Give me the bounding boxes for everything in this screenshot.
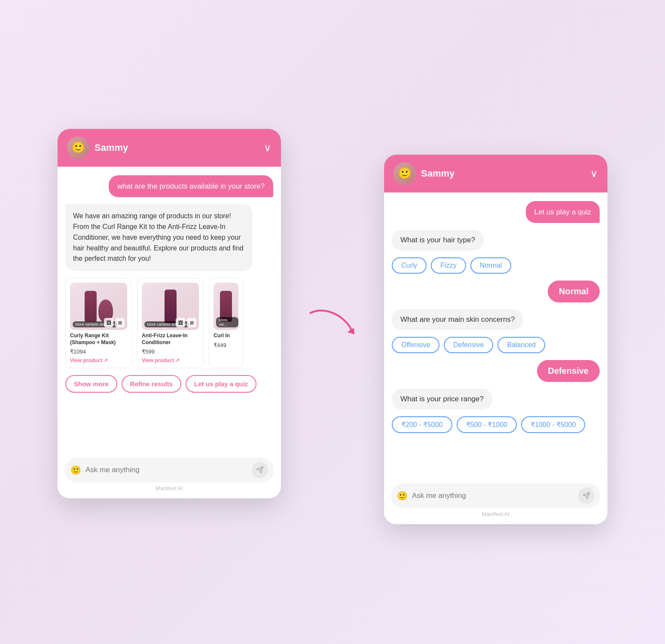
transition-arrow	[307, 305, 358, 339]
product-card-3: More var... Curl In ₹449	[209, 278, 243, 368]
product-price-2: ₹599	[142, 348, 199, 355]
right-answer-2: Defensive	[537, 360, 600, 382]
left-bot-response: We have an amazing range of products in …	[65, 204, 253, 271]
left-chat-header: 🙂 Sammy ∨	[58, 129, 281, 167]
show-more-button[interactable]: Show more	[65, 375, 117, 393]
left-emoji-icon: 🙂	[70, 465, 81, 475]
left-header-left: 🙂 Sammy	[67, 137, 128, 159]
left-send-button[interactable]	[252, 462, 268, 478]
right-chips-3: ₹200 - ₹5000 ₹500 - ₹1000 ₹1000 - ₹5000	[392, 416, 585, 433]
left-chat-footer: 🙂 Manifest AI	[58, 452, 281, 498]
right-user-message-1: Let us play a quiz	[526, 201, 600, 223]
right-agent-name: Sammy	[421, 168, 455, 179]
right-avatar: 🙂	[394, 162, 416, 185]
refine-results-button[interactable]: Refine results	[122, 375, 181, 393]
product-name-3: Curl In	[214, 333, 238, 339]
right-chat-body: Let us play a quiz What is your hair typ…	[384, 192, 607, 477]
product-badge-3: More var...	[216, 317, 238, 327]
right-chips-2: Offensive Defensive Balanced	[392, 337, 545, 353]
product-image-2: More variants available 🖼 ⊞	[142, 283, 199, 330]
chip-defensive[interactable]: Defensive	[444, 337, 493, 353]
right-powered-by: Manifest AI	[391, 508, 601, 522]
right-header-left: 🙂 Sammy	[394, 162, 455, 185]
right-chat-widget: 🙂 Sammy ∨ Let us play a quiz What is you…	[384, 155, 607, 524]
left-user-message: what are the products available in your …	[109, 175, 273, 198]
right-chat-footer: 🙂 Manifest AI	[384, 477, 607, 524]
product-name-1: Curly Range Kit (Shampoo + Mask)	[70, 333, 127, 346]
right-chevron-icon[interactable]: ∨	[590, 168, 598, 180]
product-icon-img-1[interactable]: 🖼	[104, 318, 113, 327]
page-container: 🙂 Sammy ∨ what are the products availabl…	[0, 86, 665, 559]
view-product-1[interactable]: View product ↗	[70, 357, 127, 363]
chip-fizzy[interactable]: Fizzy	[431, 257, 466, 274]
right-answer-1: Normal	[548, 281, 600, 302]
chip-price-3[interactable]: ₹1000 - ₹5000	[521, 416, 585, 433]
right-question-1: What is your hair type?	[392, 230, 484, 250]
product-name-2: Anti-Frizz Leave-In Conditioner	[142, 333, 199, 346]
right-question-2: What are your main skin concerns?	[392, 309, 523, 330]
right-question-3: What is your price range?	[392, 389, 492, 409]
left-agent-name: Sammy	[95, 142, 128, 153]
left-action-buttons: Show more Refine results Let us play a q…	[65, 375, 273, 393]
left-avatar: 🙂	[67, 137, 89, 159]
chip-normal[interactable]: Normal	[470, 257, 512, 274]
left-chat-input[interactable]	[85, 466, 247, 474]
product-image-3: More var...	[214, 283, 238, 330]
right-input-row: 🙂	[391, 483, 601, 508]
chip-price-2[interactable]: ₹500 - ₹1000	[457, 416, 517, 433]
product-card-2: More variants available 🖼 ⊞ Anti-Frizz L…	[137, 278, 204, 368]
right-chat-input[interactable]	[412, 491, 574, 500]
right-send-button[interactable]	[578, 488, 595, 504]
product-image-1: More variants available 🖼 ⊞	[70, 283, 127, 330]
product-card-1: More variants available 🖼 ⊞ Curly Range …	[65, 278, 132, 368]
chip-offensive[interactable]: Offensive	[392, 337, 439, 353]
left-products-row: More variants available 🖼 ⊞ Curly Range …	[65, 278, 273, 368]
product-icon-grid-2[interactable]: ⊞	[187, 318, 196, 327]
right-chips-1: Curly Fizzy Normal	[392, 257, 511, 274]
product-icon-grid-1[interactable]: ⊞	[115, 318, 125, 327]
chip-curly[interactable]: Curly	[392, 257, 427, 274]
left-input-row: 🙂	[64, 458, 274, 482]
left-chat-body: what are the products available in your …	[58, 167, 281, 452]
right-emoji-icon: 🙂	[397, 491, 408, 501]
view-product-2[interactable]: View product ↗	[142, 357, 199, 363]
chip-price-1[interactable]: ₹200 - ₹5000	[392, 416, 452, 433]
chip-balanced[interactable]: Balanced	[497, 337, 545, 353]
product-price-1: ₹1094	[70, 348, 127, 355]
play-quiz-button-left[interactable]: Let us play a quiz	[186, 375, 256, 393]
left-chevron-icon[interactable]: ∨	[264, 142, 271, 154]
left-powered-by: Manifest AI	[64, 482, 274, 496]
left-chat-widget: 🙂 Sammy ∨ what are the products availabl…	[58, 129, 281, 498]
product-price-3: ₹449	[214, 342, 238, 348]
right-chat-header: 🙂 Sammy ∨	[384, 155, 607, 192]
product-icon-img-2[interactable]: 🖼	[176, 318, 185, 327]
